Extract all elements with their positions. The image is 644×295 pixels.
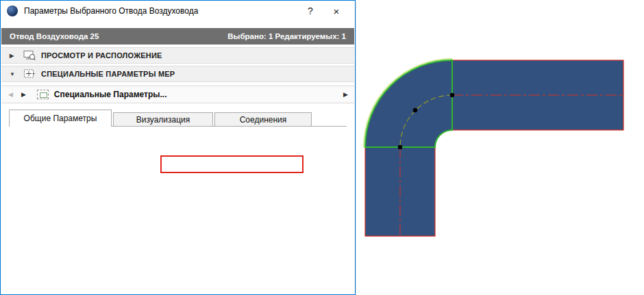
tab-visualization[interactable]: Визуализация xyxy=(113,112,213,127)
section-label-preview-placement: ПРОСМОТР И РАСПОЛОЖЕНИЕ xyxy=(41,51,162,60)
tab-page-general xyxy=(9,126,347,294)
section-header-preview-placement[interactable]: ▶ ПРОСМОТР И РАСПОЛОЖЕНИЕ xyxy=(1,47,354,64)
section-header-mep-parameters[interactable]: ▼ СПЕЦИАЛЬНЫЕ ПАРАМЕТРЫ MEP xyxy=(1,66,354,82)
tab-connections[interactable]: Соединения xyxy=(214,112,312,127)
dialog-title: Параметры Выбранного Отвода Воздуховода xyxy=(24,6,198,16)
section-label-mep-parameters: СПЕЦИАЛЬНЫЕ ПАРАМЕТРЫ MEP xyxy=(41,70,175,78)
expander-expanded-icon[interactable]: ▼ xyxy=(10,71,18,77)
node-handle[interactable] xyxy=(413,108,417,112)
drawing-viewport[interactable] xyxy=(356,0,644,295)
special-parameters-icon xyxy=(37,90,49,99)
mep-parameters-icon xyxy=(23,68,36,79)
preview-placement-icon xyxy=(23,50,36,61)
help-button[interactable]: ? xyxy=(297,1,323,21)
tab-bar: Общие Параметры Визуализация Соединения xyxy=(9,109,313,127)
selection-name: Отвод Воздуховода 25 xyxy=(10,32,99,40)
duct-bend-settings-dialog: Параметры Выбранного Отвода Воздуховода … xyxy=(0,0,356,295)
node-handle[interactable] xyxy=(398,145,402,149)
nav-flyout-icon[interactable]: ▶ xyxy=(343,91,348,98)
selection-info-bar: Отвод Воздуховода 25 Выбрано: 1 Редактир… xyxy=(1,28,354,44)
selected-duct-bend[interactable] xyxy=(365,60,452,147)
nav-forward-icon[interactable]: ▶ xyxy=(21,91,26,98)
app-icon xyxy=(7,5,18,16)
special-parameters-navbar: ◀ ▶ Специальные Параметры... ▶ xyxy=(1,86,354,103)
tab-general-parameters[interactable]: Общие Параметры xyxy=(9,110,112,127)
special-parameters-label: Специальные Параметры... xyxy=(54,90,167,99)
selection-status: Выбрано: 1 Редактируемых: 1 xyxy=(227,32,346,40)
titlebar[interactable]: Параметры Выбранного Отвода Воздуховода … xyxy=(1,1,355,21)
close-button[interactable]: × xyxy=(323,1,349,21)
node-handle[interactable] xyxy=(450,93,454,97)
expander-collapsed-icon[interactable]: ▶ xyxy=(10,53,18,59)
nav-back-icon[interactable]: ◀ xyxy=(8,91,13,98)
